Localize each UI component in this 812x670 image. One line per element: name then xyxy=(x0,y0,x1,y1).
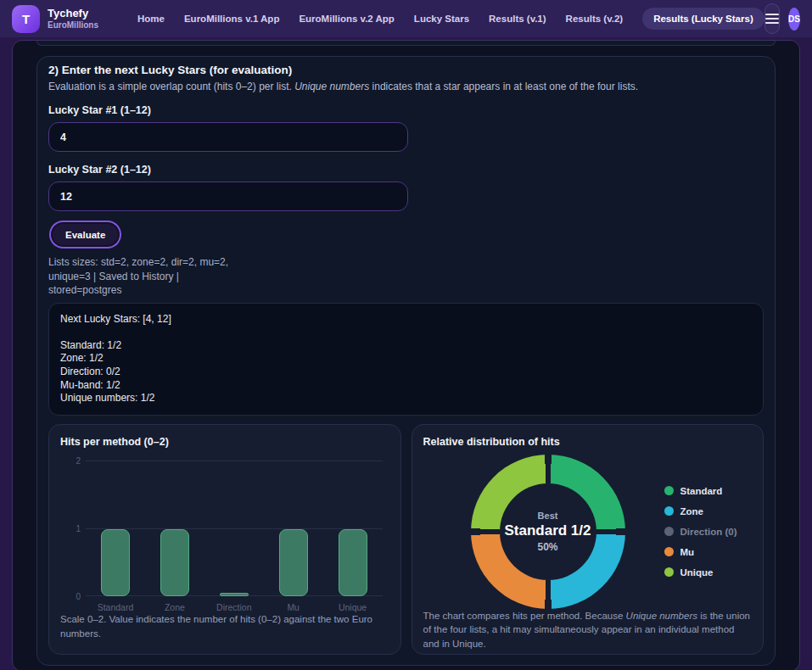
bar-direction[interactable] xyxy=(220,593,249,596)
bar-columns xyxy=(86,461,383,597)
brand-subtitle: EuroMillions xyxy=(48,20,98,31)
hamburger-icon xyxy=(765,14,779,15)
legend-dot xyxy=(664,527,674,536)
y-tick-label: 0 xyxy=(64,591,81,600)
nav-item[interactable]: EuroMillions v.1 App xyxy=(184,8,279,30)
brand-name: Tychefy xyxy=(48,7,98,20)
legend-item[interactable]: Mu xyxy=(664,547,737,557)
bar-chart-title: Hits per method (0–2) xyxy=(60,436,389,448)
hamburger-button[interactable] xyxy=(764,3,780,34)
bar-labels: StandardZoneDirectionMuUnique xyxy=(86,602,383,612)
evaluation-card: 2) Enter the next Lucky Stars (for evalu… xyxy=(36,56,776,666)
legend-label: Zone xyxy=(680,506,703,516)
bar-column xyxy=(323,461,383,597)
legend-label: Direction (0) xyxy=(680,527,737,537)
nav-item[interactable]: Results (v.2) xyxy=(566,8,624,30)
evaluate-button[interactable]: Evaluate xyxy=(51,222,120,247)
lucky-star-1-label: Lucky Star #1 (1–12) xyxy=(48,104,764,116)
donut-center: Best Standard 1/2 50% xyxy=(500,483,596,580)
nav-item[interactable]: EuroMillions v.2 App xyxy=(299,8,394,30)
donut-center-kicker: Best xyxy=(538,511,558,521)
donut-chart-card: Relative distribution of hits Best Stand… xyxy=(412,424,764,655)
charts-row: Hits per method (0–2) 012 StandardZoneDi… xyxy=(48,424,764,655)
bar-chart-card: Hits per method (0–2) 012 StandardZoneDi… xyxy=(48,424,401,655)
lucky-star-1-input[interactable] xyxy=(48,122,408,152)
donut-chart[interactable]: Best Standard 1/2 50% xyxy=(471,455,625,609)
lucky-star-2-label: Lucky Star #2 (1–12) xyxy=(48,164,764,176)
x-tick-label: Direction xyxy=(204,602,264,612)
donut-center-title: Standard 1/2 xyxy=(504,522,591,539)
bar-column xyxy=(145,461,204,597)
bar-column xyxy=(204,461,264,597)
y-tick-label: 1 xyxy=(64,524,81,533)
x-tick-label: Standard xyxy=(86,602,145,612)
nav-item[interactable]: Results (v.1) xyxy=(489,8,546,30)
section-title: 2) Enter the next Lucky Stars (for evalu… xyxy=(48,64,764,76)
legend-dot xyxy=(664,486,674,495)
legend-dot xyxy=(664,547,674,556)
legend-dot xyxy=(664,506,674,516)
donut-legend: StandardZoneDirection (0)MuUnique xyxy=(664,476,737,588)
legend-item[interactable]: Direction (0) xyxy=(664,527,737,537)
bar-chart-plot[interactable]: 012 xyxy=(86,461,383,597)
bar-zone[interactable] xyxy=(160,529,189,597)
nav-links: HomeEuroMillions v.1 AppEuroMillions v.2… xyxy=(137,8,764,30)
legend-item[interactable]: Unique xyxy=(664,567,737,578)
bar-chart-caption: Scale 0–2. Value indicates the number of… xyxy=(60,612,389,642)
nav-item[interactable]: Home xyxy=(137,8,165,30)
status-text: Lists sizes: std=2, zone=2, dir=2, mu=2,… xyxy=(48,255,764,298)
legend-label: Standard xyxy=(680,486,723,496)
x-tick-label: Mu xyxy=(264,602,323,612)
top-nav: T Tychefy EuroMillions HomeEuroMillions … xyxy=(0,0,812,37)
results-output: Next Lucky Stars: [4, 12] Standard: 1/2 … xyxy=(48,303,764,416)
donut-body: Best Standard 1/2 50% StandardZoneDirect… xyxy=(423,455,753,609)
bar-mu[interactable] xyxy=(279,529,308,597)
donut-center-subtitle: 50% xyxy=(537,541,557,553)
avatar[interactable]: DS xyxy=(788,8,800,31)
brand: Tychefy EuroMillions xyxy=(48,7,98,31)
bar-unique[interactable] xyxy=(339,529,367,597)
content-area: 2) Enter the next Lucky Stars (for evalu… xyxy=(12,40,800,670)
previous-card-remnant xyxy=(36,41,776,46)
legend-item[interactable]: Zone xyxy=(664,506,737,516)
nav-item[interactable]: Results (Lucky Stars) xyxy=(642,8,764,30)
x-tick-label: Unique xyxy=(323,602,383,612)
lucky-star-2-input[interactable] xyxy=(48,181,408,211)
legend-label: Unique xyxy=(680,567,714,578)
nav-item[interactable]: Lucky Stars xyxy=(414,8,469,30)
x-tick-label: Zone xyxy=(145,602,204,612)
app-logo[interactable]: T xyxy=(12,5,40,33)
section-description: Evaluation is a simple overlap count (hi… xyxy=(48,81,764,92)
legend-dot xyxy=(664,567,674,577)
donut-caption: The chart compares hits per method. Beca… xyxy=(423,609,753,653)
bar-standard[interactable] xyxy=(101,529,130,597)
legend-label: Mu xyxy=(680,547,695,557)
bar-column xyxy=(264,461,323,597)
donut-chart-title: Relative distribution of hits xyxy=(423,436,753,448)
legend-item[interactable]: Standard xyxy=(664,486,737,496)
y-tick-label: 2 xyxy=(64,456,81,466)
bar-column xyxy=(86,461,145,597)
